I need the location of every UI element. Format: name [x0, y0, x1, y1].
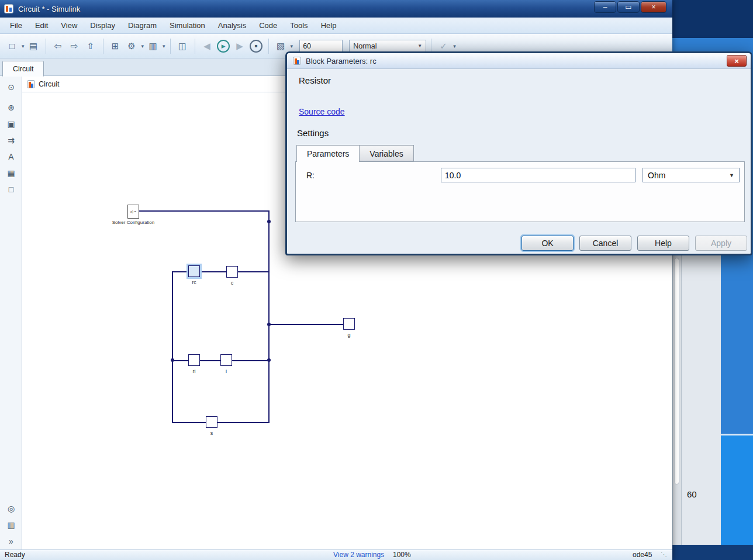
- wire-segment[interactable]: [268, 210, 270, 423]
- ok-button[interactable]: OK: [521, 236, 574, 251]
- save-button[interactable]: ▤: [26, 39, 41, 54]
- simulink-app-icon: [4, 4, 13, 13]
- background-value: 60: [687, 489, 697, 499]
- menu-tools[interactable]: Tools: [284, 19, 314, 32]
- view-warnings-link[interactable]: View 2 warnings: [333, 551, 384, 559]
- source-code-link[interactable]: Source code: [299, 107, 345, 116]
- image-button[interactable]: ▦: [0, 166, 22, 180]
- save-icon: ▤: [29, 42, 37, 50]
- area-box-button[interactable]: □: [0, 182, 22, 196]
- block-c[interactable]: [226, 266, 238, 278]
- fit-to-view-button[interactable]: ▣: [0, 117, 22, 131]
- menu-file[interactable]: File: [4, 19, 29, 32]
- stop-time-input[interactable]: [299, 40, 343, 53]
- image-icon: ▦: [7, 168, 15, 178]
- zoom-icon: ⊕: [8, 103, 15, 112]
- solver-block-caption: Solver Configuration: [95, 220, 171, 225]
- dialog-close-button[interactable]: ×: [727, 55, 747, 67]
- scope-dropdown-caret[interactable]: ▾: [291, 43, 293, 49]
- menu-simulation[interactable]: Simulation: [163, 19, 212, 32]
- screenshot-button[interactable]: ▥: [0, 518, 22, 532]
- block-solver-configuration[interactable]: x) =: [127, 205, 139, 219]
- toolbar-separator: [103, 39, 103, 54]
- block-label-s: s: [200, 430, 223, 436]
- block-g[interactable]: [343, 318, 355, 330]
- tab-parameters[interactable]: Parameters: [296, 145, 360, 162]
- more-icon: »: [9, 537, 13, 546]
- param-r-input[interactable]: [441, 168, 635, 182]
- menu-diagram[interactable]: Diagram: [122, 19, 163, 32]
- block-s[interactable]: [206, 416, 217, 428]
- signal-flow-button[interactable]: ⇉: [0, 133, 22, 147]
- tab-variables[interactable]: Variables: [360, 145, 413, 161]
- dialog-icon: [293, 57, 301, 65]
- simulation-mode-select[interactable]: Normal ▼: [349, 40, 426, 53]
- toolbar-separator: [46, 39, 46, 54]
- close-button[interactable]: ×: [641, 1, 666, 13]
- step-back-button[interactable]: ◀: [200, 39, 215, 54]
- settings-dropdown-caret[interactable]: ▾: [141, 43, 144, 49]
- simulation-display-button[interactable]: ▧: [274, 39, 288, 54]
- solver-block-label: x) =: [130, 210, 136, 213]
- block-i[interactable]: [220, 354, 232, 366]
- open-dropdown-caret[interactable]: ▾: [22, 43, 25, 49]
- dialog-tabs: Parameters Variables: [296, 145, 414, 162]
- menu-code[interactable]: Code: [253, 19, 284, 32]
- toolbar-separator: [170, 39, 171, 54]
- wire-segment[interactable]: [172, 271, 270, 272]
- block-label-rc: rc: [182, 279, 206, 285]
- open-icon: □: [9, 42, 15, 50]
- wire-junction: [267, 323, 271, 326]
- block-rc[interactable]: [188, 265, 200, 277]
- up-icon: ⇧: [87, 42, 95, 50]
- flow-icon: ⇉: [8, 136, 15, 145]
- model-settings-button[interactable]: ⚙: [125, 39, 139, 54]
- open-model-button[interactable]: □: [5, 39, 19, 54]
- block-ri[interactable]: [188, 354, 200, 366]
- menu-analysis[interactable]: Analysis: [212, 19, 253, 32]
- menu-display[interactable]: Display: [84, 19, 122, 32]
- hide-show-browser-button[interactable]: ⊙: [0, 80, 22, 94]
- wire-junction: [171, 358, 174, 362]
- check-dropdown-caret[interactable]: ▾: [453, 43, 456, 49]
- resize-grip[interactable]: ⋱: [661, 551, 667, 558]
- wire-segment[interactable]: [172, 271, 173, 423]
- up-to-parent-button[interactable]: ⇧: [84, 39, 98, 54]
- stop-button[interactable]: ■: [249, 39, 264, 54]
- library-browser-button[interactable]: ⊞: [108, 39, 123, 54]
- wire-segment[interactable]: [172, 422, 270, 423]
- run-button[interactable]: ▶: [216, 39, 231, 54]
- model-explorer-button[interactable]: ▥: [146, 39, 160, 54]
- more-tools-button[interactable]: »: [0, 534, 22, 548]
- apply-button[interactable]: Apply: [695, 236, 747, 251]
- model-icon: [27, 80, 35, 88]
- minimize-button[interactable]: –: [594, 1, 616, 13]
- background-blue-panel: [721, 434, 753, 545]
- camera-button[interactable]: ◎: [0, 502, 22, 516]
- maximize-button[interactable]: ▭: [617, 1, 640, 13]
- background-panel: 60: [681, 255, 721, 545]
- menu-help[interactable]: Help: [315, 19, 343, 32]
- back-button[interactable]: ⇦: [51, 39, 65, 54]
- menu-view[interactable]: View: [54, 19, 84, 32]
- title-bar: Circuit * - Simulink – ▭ ×: [0, 0, 672, 18]
- explorer-dropdown-caret[interactable]: ▾: [163, 43, 165, 49]
- step-forward-button[interactable]: ▶: [233, 39, 247, 54]
- param-unit-select[interactable]: Ohm ▼: [643, 168, 740, 182]
- refresh-link-button[interactable]: ◫: [175, 39, 190, 54]
- block-label-g: g: [337, 332, 361, 338]
- wire-segment[interactable]: [139, 210, 269, 212]
- library-icon: ⊞: [112, 42, 119, 50]
- zoom-button[interactable]: ⊕: [0, 101, 22, 115]
- tab-circuit[interactable]: Circuit: [2, 61, 44, 77]
- help-button[interactable]: Help: [637, 236, 689, 251]
- forward-button[interactable]: ⇨: [67, 39, 82, 54]
- dialog-title: Block Parameters: rc: [306, 57, 376, 65]
- breadcrumb-model-name[interactable]: Circuit: [39, 80, 59, 88]
- record-icon: ⊙: [8, 82, 15, 92]
- wire-segment[interactable]: [268, 324, 344, 325]
- menu-edit[interactable]: Edit: [29, 19, 54, 32]
- annotation-button[interactable]: A: [0, 150, 22, 164]
- cancel-button[interactable]: Cancel: [579, 236, 631, 251]
- dialog-title-bar: Block Parameters: rc: [287, 53, 751, 69]
